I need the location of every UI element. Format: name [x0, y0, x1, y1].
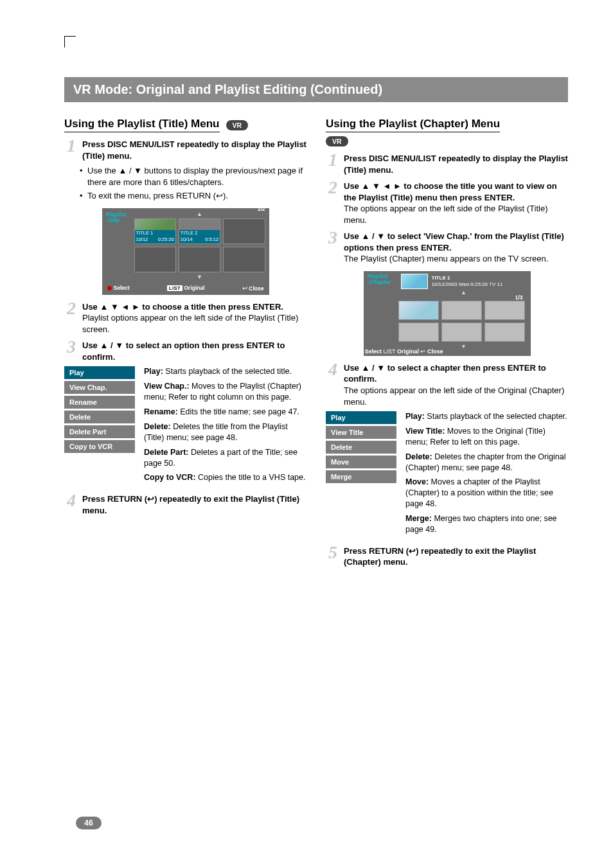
- bullet: To exit the menu, press RETURN (↩).: [80, 190, 306, 202]
- left-column: Using the Playlist (Title) Menu VR 1 Pre…: [64, 114, 306, 569]
- menu-item-delete: Delete: [64, 411, 135, 423]
- left-step-4: 4 Press RETURN (↩) repeatedly to exit th…: [64, 493, 306, 516]
- osd2-label-2: -Chapter: [368, 279, 397, 285]
- return-icon: ↩: [420, 348, 425, 355]
- osd-thumb-1: TITLE 1 10/12 0:25:20: [134, 218, 176, 244]
- desc-entry: Merge: Merges two chapters into one; see…: [405, 513, 568, 535]
- osd2-thumb-empty: [484, 323, 525, 342]
- desc-key: View Title:: [405, 427, 445, 436]
- menu-item-play: Play: [326, 411, 396, 424]
- osd2-header: Playlist -Chapter TITLE 1 10/12/2003 Wed…: [365, 272, 529, 290]
- desc-entry: Copy to VCR: Copies the title to a VHS t…: [144, 472, 306, 483]
- osd-list-hint: LIST Original: [167, 285, 205, 291]
- desc-key: Move:: [405, 477, 429, 486]
- osd-playlist-title: Playlist -Title 1/2 ▲ TITLE 1: [102, 208, 269, 295]
- return-icon: ↩: [242, 285, 247, 292]
- thumb-duration: 0:25:20: [158, 237, 174, 242]
- option-descriptions-right: Play: Starts playback of the selected ch…: [405, 411, 568, 539]
- step-number-4: 4: [64, 493, 78, 516]
- option-descriptions-left: Play: Starts playback of the selected ti…: [144, 366, 306, 487]
- thumb-title: TITLE 2: [181, 231, 198, 236]
- osd2-footer: Select LIST Original ↩ Close: [365, 348, 529, 355]
- scroll-down-icon: ▼: [134, 275, 265, 279]
- step-1-body: Press DISC MENU/LIST repeatedly to displ…: [82, 139, 306, 161]
- desc-key: Delete:: [144, 422, 171, 431]
- osd-thumb-empty: [134, 247, 176, 272]
- list-button-icon: LIST: [167, 285, 182, 291]
- osd-playlist-chapter: Playlist -Chapter TITLE 1 10/12/2003 Wed…: [364, 271, 531, 356]
- list-button-icon: LIST: [384, 348, 396, 355]
- thumb-date: 10/12: [136, 237, 148, 242]
- step-number-3: 3: [326, 231, 340, 265]
- desc-text: Edits the title name; see page 47.: [178, 407, 299, 416]
- thumb-meta: 10/14 0:5:12: [179, 236, 220, 243]
- osd-thumb-2: TITLE 2 10/14 0:5:12: [179, 218, 220, 244]
- right-step-5: 5 Press RETURN (↩) repeatedly to exit th…: [326, 545, 568, 568]
- option-menu-left: Play View Chap. Rename Delete Delete Par…: [64, 366, 135, 455]
- menu-item-move: Move: [326, 456, 396, 468]
- left-heading-row: Using the Playlist (Title) Menu VR: [64, 118, 306, 132]
- right-section-title: Using the Playlist (Chapter) Menu: [326, 118, 500, 132]
- desc-key: Play:: [144, 367, 163, 376]
- step-number-5: 5: [326, 545, 340, 568]
- step-3-text: The Playlist (Chapter) menu appears on t…: [344, 254, 548, 263]
- osd-playlist-title-wrap: Playlist -Title 1/2 ▲ TITLE 1: [64, 208, 306, 295]
- desc-entry: Delete Part: Deletes a part of the Title…: [144, 447, 306, 469]
- desc-text: Starts playback of the selected chapter.: [425, 412, 567, 421]
- osd2-header-thumb: [401, 274, 428, 289]
- step-2-lead: Use ▲ ▼ ◄ ► to choose a title then press…: [82, 302, 283, 312]
- step-2-body: Use ▲ ▼ ◄ ► to choose the title you want…: [344, 181, 568, 226]
- desc-entry: Delete: Deletes the chapter from the Ori…: [405, 452, 568, 474]
- vr-badge: VR: [326, 136, 348, 146]
- step-3-body: Use ▲ / ▼ to select an option then press…: [82, 340, 306, 362]
- left-step-1: 1 Press DISC MENU/LIST repeatedly to dis…: [64, 139, 306, 161]
- osd2-grid: [365, 301, 529, 344]
- step-number-4: 4: [326, 362, 340, 407]
- menu-item-play: Play: [64, 366, 135, 379]
- desc-entry: Play: Starts playback of the selected ti…: [144, 366, 306, 377]
- desc-key: Delete Part:: [144, 448, 188, 457]
- osd2-label: Playlist -Chapter: [368, 274, 397, 286]
- menu-item-delete-part: Delete Part: [64, 425, 135, 438]
- osd-thumb-empty: [223, 247, 265, 272]
- osd-label: Playlist -Title: [103, 211, 134, 226]
- thumb-caption: TITLE 1: [135, 230, 175, 236]
- menu-item-merge: Merge: [326, 470, 396, 483]
- step-number-1: 1: [64, 139, 78, 161]
- step-4-text: The options appear on the left side of t…: [344, 385, 564, 407]
- page-number: 46: [76, 817, 102, 829]
- desc-key: Merge:: [405, 514, 432, 523]
- close-label: Close: [427, 348, 443, 355]
- osd-close-hint: ↩ Close: [242, 285, 264, 292]
- step-1-bullets: Use the ▲ / ▼ buttons to display the pre…: [80, 165, 306, 202]
- step-1-lead: Press DISC MENU/LIST repeatedly to displ…: [82, 139, 306, 161]
- desc-entry: Rename: Edits the title name; see page 4…: [144, 407, 306, 418]
- osd2-title-name: TITLE 1: [432, 275, 503, 281]
- osd2-list-hint: LIST Original: [384, 348, 419, 355]
- thumb-date: 10/14: [181, 237, 193, 242]
- osd-thumb-empty: [179, 247, 220, 272]
- step-4-lead: Press RETURN (↩) repeatedly to exit the …: [82, 494, 299, 515]
- step-number-3: 3: [64, 340, 78, 362]
- menu-item-view-title: View Title: [326, 426, 396, 439]
- thumb-duration: 0:5:12: [205, 237, 218, 242]
- left-options-row: Play View Chap. Rename Delete Delete Par…: [64, 366, 306, 487]
- step-5-lead: Press RETURN (↩) repeatedly to exit the …: [344, 546, 536, 567]
- desc-key: Rename:: [144, 407, 178, 416]
- bullet: Use the ▲ / ▼ buttons to display the pre…: [80, 165, 306, 188]
- menu-item-rename: Rename: [64, 396, 135, 409]
- right-step-1: 1 Press DISC MENU/LIST repeatedly to dis…: [326, 153, 568, 175]
- step-4-body: Press RETURN (↩) repeatedly to exit the …: [82, 493, 306, 516]
- page: VR Mode: Original and Playlist Editing (…: [0, 0, 613, 868]
- thumbnail-image: [179, 219, 220, 231]
- left-step-2: 2 Use ▲ ▼ ◄ ► to choose a title then pre…: [64, 301, 306, 335]
- vr-badge: VR: [226, 120, 249, 130]
- step-4-lead: Use ▲ / ▼ to select a chapter then press…: [344, 363, 546, 384]
- desc-key: Delete:: [405, 452, 432, 461]
- osd2-thumb-empty: [398, 323, 439, 342]
- step-2-lead: Use ▲ ▼ ◄ ► to choose the title you want…: [344, 181, 557, 202]
- osd-grid: 1/2 ▲ TITLE 1 10/12 0:25:20: [134, 211, 268, 281]
- thumb-title: TITLE 1: [136, 231, 154, 236]
- step-1-lead: Press DISC MENU/LIST repeatedly to displ…: [344, 154, 568, 175]
- thumbnail-image: [135, 219, 175, 231]
